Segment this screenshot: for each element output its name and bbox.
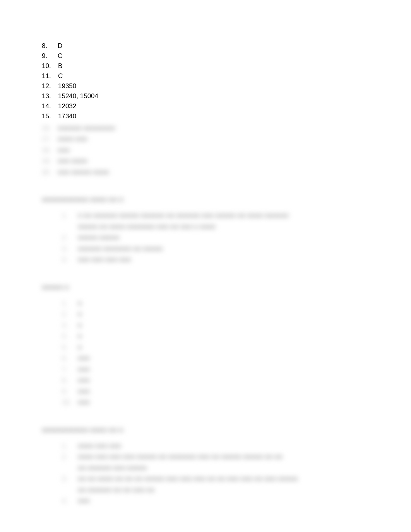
answer-item: 9.C xyxy=(42,52,369,61)
answer-item: 10.B xyxy=(42,62,369,71)
answer-item: 11.C xyxy=(42,72,369,81)
blurred-section-3: 1.■2.■3.■4.■5.■6.■■■7.■■■8.■■■9.■■■10.■■… xyxy=(42,298,369,408)
item-answer: D xyxy=(55,42,62,51)
answer-item: 15.17340 xyxy=(42,112,369,121)
item-answer: B xyxy=(55,62,62,71)
item-answer: C xyxy=(55,52,62,61)
blurred-heading-2: ■■■■■ ■ xyxy=(42,283,369,292)
item-number: 8. xyxy=(42,42,55,51)
item-number: 10. xyxy=(42,62,55,71)
answer-item: 12.19350 xyxy=(42,82,369,91)
blurred-section-4: 1.■■■■ ■■■ ■■■2.■■■■ ■■■ ■■■ ■■■ ■■■■■ ■… xyxy=(42,441,369,506)
item-number: 11. xyxy=(42,72,55,81)
item-number: 14. xyxy=(42,102,55,111)
answer-list: 8.D9.C10.B11.C12.1935013.15240, 1500414.… xyxy=(42,42,369,121)
blurred-section-1: 16.■■■■■■ ■■■■■■■■17.■■■■ ■■■18.■■■19.■■… xyxy=(42,123,369,177)
item-number: 13. xyxy=(42,92,55,101)
blurred-heading-1: ■■■■■■■■■■■ ■■■■ ■■ ■ xyxy=(42,196,369,204)
item-number: 12. xyxy=(42,82,55,91)
item-answer: C xyxy=(55,72,63,81)
blurred-heading-3: ■■■■■■■■■■■ ■■■■ ■■ ■ xyxy=(42,426,369,434)
item-number: 9. xyxy=(42,52,55,61)
item-answer: 19350 xyxy=(55,82,76,91)
blurred-section-2: 1.■ ■■ ■■■■■■ ■■■■■ ■■■■■■ ■■ ■■■■■■ ■■■… xyxy=(42,211,369,265)
answer-item: 13.15240, 15004 xyxy=(42,92,369,101)
item-answer: 17340 xyxy=(55,112,76,121)
item-answer: 12032 xyxy=(55,102,76,111)
item-number: 15. xyxy=(42,112,55,121)
item-answer: 15240, 15004 xyxy=(55,92,98,101)
answer-item: 8.D xyxy=(42,42,369,51)
answer-item: 14.12032 xyxy=(42,102,369,111)
